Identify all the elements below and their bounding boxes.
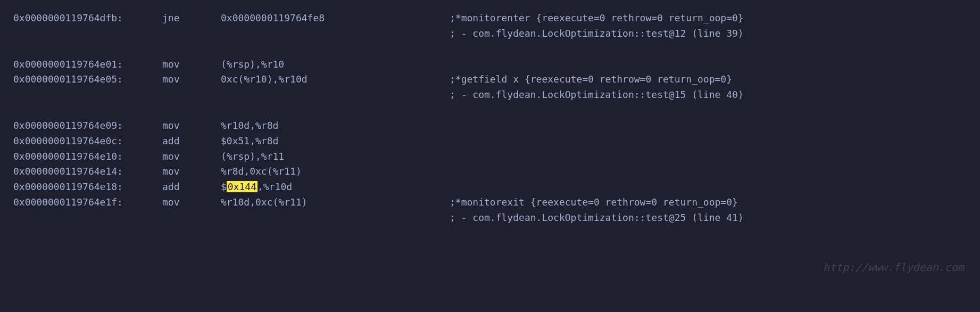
asm-row: 0x0000000119764e0c:add$0x51,%r8d [13, 134, 967, 149]
mnemonic: mov [162, 195, 221, 210]
comment [450, 134, 967, 149]
address: 0x0000000119764e10: [13, 149, 162, 165]
mnemonic [162, 26, 221, 42]
operands [221, 87, 450, 103]
address [13, 26, 162, 42]
mnemonic [162, 87, 221, 103]
assembly-listing: 0x0000000119764dfb:jne0x0000000119764fe8… [13, 11, 967, 226]
comment [450, 149, 967, 165]
asm-row: 0x0000000119764e18:add$0x144,%r10d [13, 179, 967, 195]
asm-row: 0x0000000119764e14:mov%r8d,0xc(%r11) [13, 164, 967, 179]
operands: $0x144,%r10d [221, 179, 450, 195]
operands: 0x0000000119764fe8 [221, 11, 450, 26]
address: 0x0000000119764e09: [13, 118, 162, 134]
operands [221, 26, 450, 42]
mnemonic: add [162, 134, 221, 149]
asm-row: 0x0000000119764e09:mov%r10d,%r8d [13, 118, 967, 134]
asm-row: ; - com.flydean.LockOptimization::test@2… [13, 210, 967, 226]
comment [450, 118, 967, 134]
comment: ; - com.flydean.LockOptimization::test@1… [450, 26, 967, 42]
comment [450, 179, 967, 195]
mnemonic: mov [162, 72, 221, 87]
operands: 0xc(%r10),%r10d [221, 72, 450, 87]
asm-row: ; - com.flydean.LockOptimization::test@1… [13, 87, 967, 103]
mnemonic: mov [162, 57, 221, 72]
comment [450, 57, 967, 72]
asm-row: 0x0000000119764e1f:mov%r10d,0xc(%r11);*m… [13, 195, 967, 210]
address: 0x0000000119764e01: [13, 57, 162, 72]
blank-line [13, 103, 967, 118]
asm-row: 0x0000000119764dfb:jne0x0000000119764fe8… [13, 11, 967, 26]
comment: ;*monitorexit {reexecute=0 rethrow=0 ret… [450, 195, 967, 210]
operands: (%rsp),%r10 [221, 57, 450, 72]
address: 0x0000000119764e18: [13, 179, 162, 195]
address: 0x0000000119764e14: [13, 164, 162, 179]
blank-line [13, 42, 967, 57]
operands: %r10d,%r8d [221, 118, 450, 134]
comment: ;*monitorenter {reexecute=0 rethrow=0 re… [450, 11, 967, 26]
comment: ; - com.flydean.LockOptimization::test@1… [450, 87, 967, 103]
mnemonic: add [162, 179, 221, 195]
mnemonic: mov [162, 164, 221, 179]
address: 0x0000000119764e1f: [13, 195, 162, 210]
comment [450, 164, 967, 179]
comment: ;*getfield x {reexecute=0 rethrow=0 retu… [450, 72, 967, 87]
search-highlight: 0x144 [227, 181, 258, 192]
comment: ; - com.flydean.LockOptimization::test@2… [450, 210, 967, 226]
asm-row: ; - com.flydean.LockOptimization::test@1… [13, 26, 967, 42]
asm-row: 0x0000000119764e01:mov(%rsp),%r10 [13, 57, 967, 72]
operands: %r8d,0xc(%r11) [221, 164, 450, 179]
asm-row: 0x0000000119764e05:mov0xc(%r10),%r10d;*g… [13, 72, 967, 87]
mnemonic: jne [162, 11, 221, 26]
operands: (%rsp),%r11 [221, 149, 450, 165]
mnemonic: mov [162, 118, 221, 134]
address [13, 87, 162, 103]
address: 0x0000000119764e0c: [13, 134, 162, 149]
asm-row: 0x0000000119764e10:mov(%rsp),%r11 [13, 149, 967, 165]
address: 0x0000000119764dfb: [13, 11, 162, 26]
mnemonic: mov [162, 149, 221, 165]
mnemonic [162, 210, 221, 226]
operands [221, 210, 450, 226]
operands: $0x51,%r8d [221, 134, 450, 149]
address [13, 210, 162, 226]
address: 0x0000000119764e05: [13, 72, 162, 87]
watermark-text: http://www.flydean.com [823, 259, 964, 276]
operands: %r10d,0xc(%r11) [221, 195, 450, 210]
